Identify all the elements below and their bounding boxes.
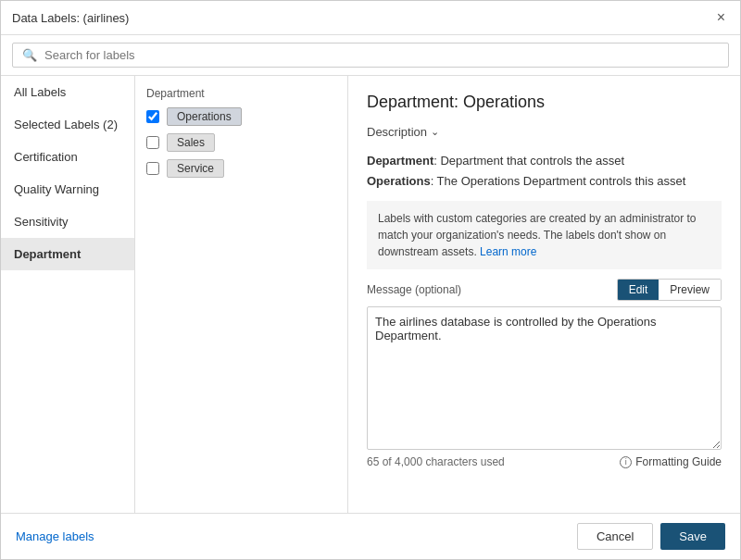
dialog-title: Data Labels: (airlines)	[12, 11, 129, 25]
label-list-panel: Department Operations Sales Service	[135, 76, 348, 513]
list-item: Operations	[146, 107, 336, 126]
manage-labels-link[interactable]: Manage labels	[16, 529, 94, 543]
search-input-wrapper: 🔍	[12, 43, 729, 68]
search-bar: 🔍	[1, 35, 740, 76]
message-footer: 65 of 4,000 characters used i Formatting…	[367, 455, 722, 468]
description-line-2: Operations: The Operations Department co…	[367, 172, 722, 191]
tab-group: Edit Preview	[617, 279, 722, 301]
sales-label[interactable]: Sales	[167, 133, 215, 152]
cancel-button[interactable]: Cancel	[577, 523, 653, 550]
operations-checkbox[interactable]	[146, 110, 159, 123]
description-line-1: Department: Department that controls the…	[367, 152, 722, 170]
search-input[interactable]	[44, 48, 719, 62]
search-icon: 🔍	[22, 48, 37, 62]
dialog-titlebar: Data Labels: (airlines) ×	[1, 1, 740, 35]
label-section-title: Department	[146, 87, 336, 100]
info-box: Labels with custom categories are create…	[367, 201, 722, 269]
sidebar-item-sensitivity[interactable]: Sensitivity	[1, 205, 134, 238]
chevron-down-icon: ⌄	[431, 126, 439, 138]
message-textarea[interactable]: The airlines database is controlled by t…	[367, 306, 722, 450]
tab-preview[interactable]: Preview	[659, 280, 721, 300]
main-body: All Labels Selected Labels (2) Certifica…	[1, 76, 740, 513]
service-label[interactable]: Service	[167, 159, 224, 178]
info-icon: i	[620, 456, 632, 468]
message-header: Message (optional) Edit Preview	[367, 279, 722, 301]
sidebar-item-department[interactable]: Department	[1, 238, 134, 270]
tab-edit[interactable]: Edit	[618, 280, 659, 300]
message-section: Message (optional) Edit Preview The airl…	[367, 279, 722, 468]
sidebar-item-certification[interactable]: Certification	[1, 141, 134, 173]
learn-more-link[interactable]: Learn more	[480, 245, 536, 258]
sidebar: All Labels Selected Labels (2) Certifica…	[1, 76, 135, 513]
close-button[interactable]: ×	[713, 8, 729, 27]
dialog-container: Data Labels: (airlines) × 🔍 All Labels S…	[0, 0, 741, 560]
footer-buttons: Cancel Save	[577, 523, 725, 550]
sidebar-item-selected-labels[interactable]: Selected Labels (2)	[1, 108, 134, 141]
list-item: Service	[146, 159, 336, 178]
detail-title: Department: Operations	[367, 93, 722, 112]
detail-panel: Department: Operations Description ⌄ Dep…	[348, 76, 740, 513]
sidebar-item-all-labels[interactable]: All Labels	[1, 76, 134, 108]
list-item: Sales	[146, 133, 336, 152]
description-toggle[interactable]: Description ⌄	[367, 125, 722, 139]
message-label: Message (optional)	[367, 283, 461, 296]
operations-label[interactable]: Operations	[167, 107, 242, 126]
formatting-guide-link[interactable]: i Formatting Guide	[620, 455, 722, 468]
sales-checkbox[interactable]	[146, 136, 159, 149]
sidebar-item-quality-warning[interactable]: Quality Warning	[1, 173, 134, 205]
save-button[interactable]: Save	[660, 523, 725, 550]
description-content: Department: Department that controls the…	[367, 152, 722, 192]
char-count: 65 of 4,000 characters used	[367, 455, 505, 468]
dialog-footer: Manage labels Cancel Save	[1, 513, 740, 559]
service-checkbox[interactable]	[146, 162, 159, 175]
